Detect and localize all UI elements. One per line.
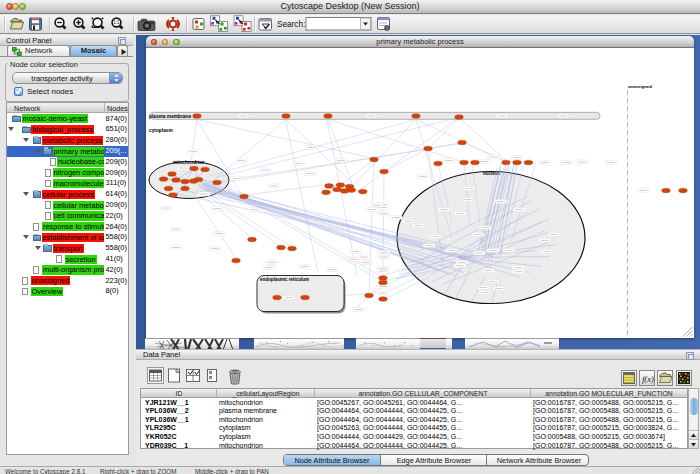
svg-text:plasma membrane: plasma membrane — [149, 114, 191, 119]
svg-text:f(x): f(x) — [642, 374, 654, 384]
svg-text:endoplasmic reticulum: endoplasmic reticulum — [260, 277, 309, 282]
svg-text:Search:: Search: — [277, 20, 305, 29]
svg-text:unassigned: unassigned — [628, 84, 652, 89]
svg-text:nucleus: nucleus — [483, 171, 501, 176]
svg-text:1:1: 1:1 — [113, 20, 120, 25]
svg-text:cytoplasm: cytoplasm — [149, 128, 173, 133]
svg-text:mitochondrion: mitochondrion — [173, 160, 205, 165]
